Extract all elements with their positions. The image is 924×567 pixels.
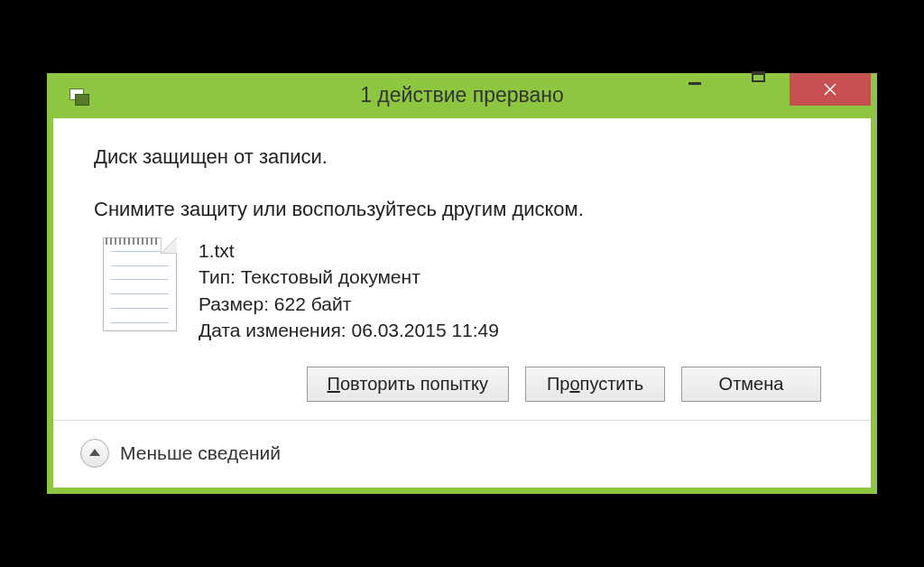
cancel-button[interactable]: Отмена (681, 367, 821, 402)
chevron-up-icon (89, 449, 100, 456)
dialog-content: Диск защищен от записи. Снимите защиту и… (53, 118, 871, 421)
close-icon (823, 82, 837, 97)
less-details-link[interactable]: Меньше сведений (120, 442, 281, 464)
minimize-button[interactable] (663, 60, 726, 93)
titlebar: 1 действие прервано (53, 73, 871, 118)
error-heading: Диск защищен от записи. (94, 145, 830, 169)
skip-button[interactable]: Пропустить (525, 367, 665, 402)
retry-button-rest: овторить попытку (340, 374, 488, 394)
app-icon (69, 87, 91, 105)
file-size-label: Размер: (199, 293, 274, 314)
window-controls (663, 73, 871, 118)
file-name: 1.txt (199, 237, 499, 264)
instruction-text: Снимите защиту или воспользуйтесь другим… (94, 198, 830, 221)
file-block: 1.txt Тип: Текстовый документ Размер: 62… (103, 237, 830, 344)
maximize-button[interactable] (726, 60, 790, 93)
file-details: 1.txt Тип: Текстовый документ Размер: 62… (199, 237, 499, 344)
file-type-label: Тип: (199, 266, 241, 287)
dialog-window: 1 действие прервано Диск защищен от запи… (47, 73, 877, 495)
collapse-details-button[interactable] (80, 439, 109, 468)
file-modified-label: Дата изменения: (199, 320, 351, 340)
file-size-value: 622 байт (274, 293, 351, 314)
file-type-row: Тип: Текстовый документ (199, 264, 499, 290)
maximize-icon (752, 71, 765, 82)
file-modified-row: Дата изменения: 06.03.2015 11:49 (199, 317, 499, 343)
minimize-icon (688, 82, 701, 85)
file-modified-value: 06.03.2015 11:49 (351, 320, 499, 340)
dialog-footer: Меньше сведений (53, 420, 871, 488)
file-type-value: Текстовый документ (241, 266, 420, 287)
close-button[interactable] (790, 73, 871, 106)
text-file-icon (103, 237, 177, 331)
file-size-row: Размер: 622 байт (199, 291, 499, 317)
retry-button[interactable]: Повторить попытку (307, 367, 509, 402)
button-row: Повторить попытку Пропустить Отмена (94, 367, 821, 402)
